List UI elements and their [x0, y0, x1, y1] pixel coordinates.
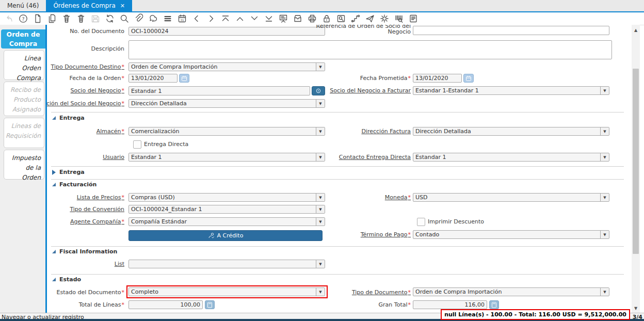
find-icon[interactable] — [119, 13, 130, 24]
print-icon[interactable] — [307, 13, 317, 24]
lista-precios-select[interactable]: Compras (USD) ▼ — [128, 193, 325, 202]
fecha-prometida-input[interactable] — [413, 74, 462, 83]
total-lineas-input[interactable] — [128, 300, 203, 309]
calculator-icon[interactable] — [489, 300, 499, 309]
section-label: Entrega — [59, 115, 85, 121]
imprimir-descuento-checkbox[interactable] — [417, 218, 425, 226]
chevron-down-icon[interactable]: ▼ — [600, 194, 609, 201]
combo-value: Dirección Detallada — [413, 128, 600, 135]
no-documento-input[interactable] — [128, 27, 325, 36]
section-entrega[interactable]: Entrega — [52, 115, 85, 121]
section-estado[interactable]: Estado — [52, 276, 81, 283]
down-record-icon[interactable] — [249, 13, 260, 24]
attachment-icon[interactable] — [134, 13, 144, 24]
workflow-icon[interactable] — [350, 13, 361, 24]
chevron-down-icon[interactable]: ▼ — [316, 218, 325, 226]
previous-record-icon[interactable] — [191, 13, 202, 24]
field-label: Dirección Factura — [361, 128, 411, 135]
delete-selection-icon[interactable] — [76, 13, 86, 24]
referencia-orden-input[interactable] — [413, 26, 609, 35]
almacen-select[interactable]: Comercialización ▼ — [128, 127, 325, 136]
section-facturacion[interactable]: Facturación — [52, 181, 96, 188]
field-label: Descripción — [91, 45, 124, 52]
undo-icon[interactable] — [4, 13, 14, 24]
send-icon[interactable] — [365, 13, 375, 24]
archive-icon[interactable] — [293, 13, 303, 24]
refresh-icon[interactable] — [105, 13, 115, 24]
contacto-entrega-directa-select[interactable]: Estandar 1 ▼ — [413, 153, 609, 162]
copy-record-icon[interactable] — [47, 13, 57, 24]
settings-icon[interactable] — [379, 13, 390, 24]
socio-negocio-facturar-select[interactable]: Estandar 1-Estandar 1 ▼ — [413, 86, 609, 95]
chevron-down-icon[interactable]: ▼ — [316, 63, 325, 71]
close-icon[interactable]: ✕ — [120, 3, 125, 9]
tipo-conversion-select[interactable]: OCI-1000024_Estandar 1 ▼ — [128, 205, 325, 214]
tab-ordenes-de-compra[interactable]: Órdenes de Compra ✕ — [46, 0, 132, 11]
report-icon[interactable] — [408, 13, 418, 24]
calendar-picker-icon[interactable] — [179, 74, 189, 83]
lock-icon[interactable] — [321, 13, 332, 24]
chevron-down-icon[interactable]: ▼ — [316, 205, 325, 213]
chevron-down-icon[interactable]: ▼ — [316, 100, 325, 107]
calendar-picker-icon[interactable] — [463, 74, 474, 83]
calculator-icon[interactable] — [205, 300, 215, 309]
entrega-directa-checkbox[interactable] — [133, 140, 141, 149]
sidebar-item-impuesto-orden[interactable]: Impuesto de la Orden — [4, 150, 44, 180]
chevron-down-icon[interactable]: ▼ — [600, 231, 609, 238]
chevron-down-icon[interactable]: ▼ — [600, 288, 609, 296]
tipo-documento-select[interactable]: Orden de Compra Importación ▼ — [413, 287, 609, 296]
estado-documento-select[interactable]: Completo ▼ — [128, 287, 325, 296]
chevron-down-icon[interactable]: ▼ — [600, 127, 609, 135]
new-record-icon[interactable] — [33, 13, 43, 24]
socio-negocio-input[interactable] — [128, 86, 310, 95]
help-icon[interactable]: ? — [18, 13, 28, 24]
chevron-down-icon[interactable]: ▼ — [316, 194, 325, 201]
last-record-icon[interactable] — [264, 13, 274, 24]
fecha-orden-input[interactable] — [128, 74, 178, 83]
section-entrega-colapsada[interactable]: Entrega — [52, 169, 85, 175]
toolbar: ? 31 — [0, 12, 644, 25]
field-label: Tipo de Conversión — [70, 206, 124, 213]
descripcion-textarea[interactable] — [128, 40, 612, 59]
save-icon[interactable] — [90, 13, 101, 24]
combo-value: USD — [413, 194, 600, 201]
gran-total-input[interactable] — [413, 300, 487, 309]
chevron-down-icon[interactable]: ▼ — [600, 87, 609, 94]
detail-board-icon[interactable] — [278, 13, 288, 24]
barcode-icon[interactable] — [394, 13, 404, 24]
first-record-icon[interactable] — [220, 13, 231, 24]
delete-record-icon[interactable] — [61, 13, 72, 24]
tab-label: Órdenes de Compra — [53, 2, 115, 9]
field-label: Estado del Documento — [57, 289, 124, 296]
scroll-down-icon[interactable]: ▼ — [632, 304, 640, 312]
grid-toggle-icon[interactable] — [163, 13, 173, 24]
sidebar-item-orden-de-compra[interactable]: Orden de Compra — [1, 29, 45, 49]
separator — [51, 166, 624, 167]
report-find-icon[interactable] — [336, 13, 346, 24]
chevron-down-icon[interactable]: ▼ — [316, 153, 325, 161]
direccion-factura-select[interactable]: Dirección Detallada ▼ — [413, 127, 609, 136]
chat-icon[interactable] — [148, 13, 158, 24]
scroll-up-icon[interactable]: ▲ — [632, 26, 640, 34]
next-record-icon[interactable] — [206, 13, 216, 24]
agente-compania-select[interactable]: Compañía Estándar ▼ — [128, 217, 325, 226]
calendar-icon[interactable]: 31 — [177, 13, 187, 24]
tab-menu[interactable]: Menú (46) — [0, 0, 46, 11]
chevron-down-icon[interactable]: ▼ — [316, 127, 325, 135]
business-partner-info-icon[interactable] — [312, 86, 325, 95]
sidebar-item-linea-orden-compra[interactable]: Línea Orden Compra — [4, 50, 44, 80]
chevron-down-icon[interactable]: ▼ — [316, 288, 325, 296]
chevron-down-icon[interactable]: ▼ — [316, 260, 325, 268]
list-select[interactable]: ▼ — [128, 260, 325, 268]
a-credito-button[interactable]: A Crédito — [128, 230, 323, 241]
tipo-documento-destino-select[interactable]: Orden de Compra Importación ▼ — [128, 62, 325, 71]
direccion-socio-select[interactable]: Dirección Detallada ▼ — [128, 99, 325, 108]
termino-pago-select[interactable]: Contado ▼ — [413, 230, 609, 239]
section-fiscal-information[interactable]: Fiscal Information — [52, 248, 117, 255]
moneda-select[interactable]: USD ▼ — [413, 193, 609, 202]
vertical-scrollbar[interactable]: ▲ ▼ — [632, 25, 640, 313]
scrollbar-thumb[interactable] — [633, 69, 639, 254]
up-record-icon[interactable] — [235, 13, 245, 24]
chevron-down-icon[interactable]: ▼ — [600, 153, 609, 161]
usuario-select[interactable]: Estandar 1 ▼ — [128, 153, 325, 162]
